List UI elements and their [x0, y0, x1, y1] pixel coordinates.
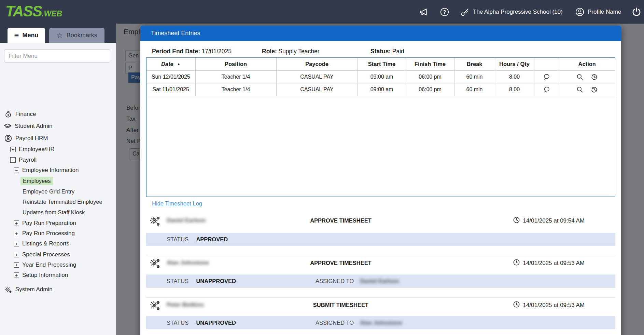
profile-menu[interactable]: Profile Name [575, 0, 621, 24]
cell-hours-qty: 8.00 [495, 70, 534, 83]
sidebar-item-label: Year End Processing [22, 262, 76, 268]
column-header-date[interactable]: Date▲ [146, 58, 195, 70]
column-header-action: Action [559, 58, 615, 70]
modal-title: Timesheet Entries [151, 30, 200, 37]
log-action-label: APPROVE TIMESHEET [259, 260, 423, 266]
sidebar-item-pay-run-processing[interactable]: + Pay Run Processing [14, 230, 75, 237]
sidebar-item-employees[interactable]: Employees [20, 177, 53, 185]
sidebar-item-student-admin[interactable]: Student Admin [3, 122, 53, 130]
sidebar-item-payroll-hrm[interactable]: Payroll HRM [4, 134, 48, 143]
timesheet-log-entry: Peter Bielkins SUBMIT TIMESHEET 14/01/20… [146, 299, 615, 311]
status-label: STATUS [167, 278, 188, 284]
column-header-position[interactable]: Position [195, 58, 276, 70]
cell-date: Sun 12/01/2025 [146, 70, 195, 83]
comment-icon[interactable] [543, 73, 550, 81]
expand-icon[interactable]: + [14, 252, 19, 257]
log-status-bar: STATUS UNAPPROVED ASSIGNED TO Daniel Ear… [146, 274, 615, 288]
cell-start-time: 09:00 am [358, 70, 406, 83]
log-user-name-blurred: Alan Johnstone [167, 259, 209, 266]
sidebar-item-finance[interactable]: $ Finance [4, 110, 36, 118]
column-header-paycode[interactable]: Paycode [276, 58, 358, 70]
comment-icon[interactable] [543, 86, 550, 93]
role-value: Supply Teacher [278, 48, 319, 55]
sidebar-item-listings-reports[interactable]: + Listings & Reports [14, 240, 69, 247]
svg-text:?: ? [443, 9, 446, 15]
status-value: Paid [392, 48, 404, 55]
help-button[interactable]: ? [440, 0, 449, 24]
filter-menu-input[interactable] [4, 49, 110, 63]
sidebar-item-year-end-processing[interactable]: + Year End Processing [14, 262, 76, 268]
sidebar-item-special-processes[interactable]: + Special Processes [14, 251, 70, 258]
sidebar-item-employee-hr[interactable]: + Employee/HR [10, 146, 55, 153]
sidebar-item-label: Setup Information [22, 272, 68, 279]
logo-text: TASS [5, 3, 42, 20]
sidebar-item-label: Pay Run Preparation [22, 220, 76, 227]
money-bag-icon: $ [4, 110, 12, 118]
divider [146, 297, 615, 298]
sidebar-item-system-admin[interactable]: System Admin [4, 285, 53, 294]
workflow-gears-icon [150, 258, 160, 271]
tab-bookmarks[interactable]: ☆ Bookmarks [49, 28, 104, 43]
status-value: UNAPPROVED [196, 320, 236, 326]
timesheet-table: Date▲ Position Paycode Start Time Finish… [146, 58, 615, 96]
sidebar-item-reinstate-terminated-employee[interactable]: Reinstate Terminated Employee [23, 199, 102, 205]
cell-break: 60 min [454, 70, 495, 83]
log-user-name-blurred: Peter Bielkins [167, 302, 204, 308]
sidebar-item-payroll[interactable]: − Payroll [10, 157, 37, 163]
column-header-finish-time[interactable]: Finish Time [406, 58, 454, 70]
clock-icon [513, 216, 520, 225]
sidebar: $ Finance Student Admin [0, 43, 116, 335]
log-status-bar: STATUS APPROVED [146, 233, 615, 246]
workflow-gears-icon [150, 215, 160, 228]
log-timestamp: 14/01/2025 at 09:53 AM [513, 259, 585, 268]
hide-timesheet-log-link[interactable]: Hide Timesheet Log [152, 200, 202, 207]
logo-suffix-text: .WEB [42, 9, 62, 18]
column-header-hours-qty[interactable]: Hours / Qty [495, 58, 534, 70]
logout-button[interactable] [631, 0, 642, 24]
sidebar-item-updates-from-staff-kiosk[interactable]: Updates from Staff Kiosk [23, 209, 85, 216]
sidebar-item-pay-run-preparation[interactable]: + Pay Run Preparation [14, 220, 76, 227]
clock-icon [513, 301, 520, 310]
status-label: STATUS [167, 236, 188, 243]
assigned-to-name-blurred: Alan Johnstone [360, 320, 402, 326]
cell-date: Sat 11/01/2025 [146, 83, 195, 96]
sidebar-item-label: Payroll HRM [15, 135, 48, 142]
log-status-bar: STATUS UNAPPROVED ASSIGNED TO Alan Johns… [146, 316, 615, 329]
status-label: STATUS [167, 320, 188, 326]
sidebar-item-label: System Admin [15, 286, 53, 293]
table-row: Sun 12/01/2025 Teacher 1/4 CASUAL PAY 09… [146, 70, 615, 83]
history-icon[interactable] [590, 86, 598, 93]
expand-icon[interactable]: + [14, 262, 19, 268]
sidebar-item-label: Special Processes [22, 251, 70, 258]
expand-icon[interactable]: + [14, 241, 19, 246]
log-action-label: APPROVE TIMESHEET [259, 217, 423, 224]
sidebar-item-employee-information[interactable]: − Employee Information [14, 167, 79, 174]
sidebar-item-label: Finance [15, 111, 36, 118]
expand-icon[interactable]: + [10, 147, 16, 152]
expand-icon[interactable]: + [14, 231, 19, 236]
sidebar-item-setup-information[interactable]: + Setup Information [14, 272, 68, 279]
school-switcher[interactable]: The Alpha Progressive School (10) [460, 0, 563, 24]
column-header-start-time[interactable]: Start Time [358, 58, 406, 70]
star-icon: ☆ [56, 32, 63, 39]
sidebar-item-label: Student Admin [15, 123, 53, 130]
view-details-icon[interactable] [576, 86, 584, 93]
key-icon [460, 7, 470, 17]
sidebar-item-label: Updates from Staff Kiosk [23, 209, 85, 216]
announcements-button[interactable] [419, 0, 429, 24]
person-circle-icon [4, 134, 12, 143]
collapse-icon[interactable]: − [14, 168, 19, 173]
log-action-label: SUBMIT TIMESHEET [259, 302, 423, 308]
view-details-icon[interactable] [576, 73, 584, 81]
status-label: Status: [370, 48, 391, 55]
history-icon[interactable] [590, 73, 598, 81]
period-end-date-label: Period End Date: [152, 48, 200, 55]
timesheet-log-entry: Alan Johnstone APPROVE TIMESHEET 14/01/2… [146, 257, 615, 269]
period-end-date-value: 17/01/2025 [201, 48, 232, 55]
collapse-icon[interactable]: − [10, 157, 16, 163]
column-header-break[interactable]: Break [454, 58, 495, 70]
sidebar-item-employee-grid-entry[interactable]: Employee Grid Entry [23, 188, 74, 195]
expand-icon[interactable]: + [14, 220, 19, 226]
expand-icon[interactable]: + [14, 272, 19, 278]
tab-menu[interactable]: ≡ Menu [8, 28, 45, 43]
